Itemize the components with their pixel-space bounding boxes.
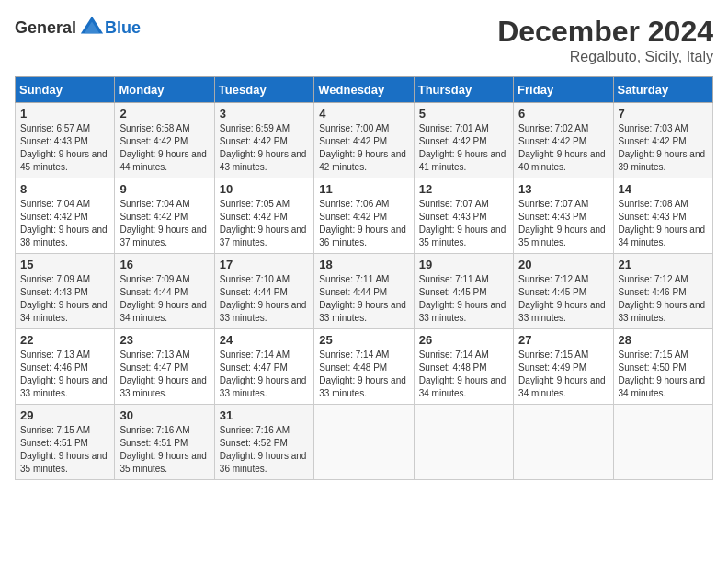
day-info: Sunrise: 7:05 AMSunset: 4:42 PMDaylight:… (220, 199, 307, 247)
day-info: Sunrise: 7:16 AMSunset: 4:52 PMDaylight:… (220, 425, 307, 474)
day-number: 26 (419, 333, 508, 347)
calendar-week-row: 15 Sunrise: 7:09 AMSunset: 4:43 PMDaylig… (16, 254, 713, 329)
day-number: 28 (619, 333, 708, 347)
day-number: 13 (518, 182, 608, 196)
day-info: Sunrise: 7:07 AMSunset: 4:43 PMDaylight:… (419, 199, 506, 247)
day-info: Sunrise: 7:07 AMSunset: 4:43 PMDaylight:… (518, 199, 606, 247)
calendar-cell: 14 Sunrise: 7:08 AMSunset: 4:43 PMDaylig… (613, 178, 712, 254)
day-number: 23 (119, 333, 209, 347)
calendar-table: SundayMondayTuesdayWednesdayThursdayFrid… (15, 76, 713, 480)
day-number: 31 (220, 408, 309, 422)
day-info: Sunrise: 6:59 AMSunset: 4:42 PMDaylight:… (220, 123, 307, 172)
calendar-cell: 8 Sunrise: 7:04 AMSunset: 4:42 PMDayligh… (16, 178, 115, 254)
calendar-cell: 1 Sunrise: 6:57 AMSunset: 4:43 PMDayligh… (16, 103, 115, 178)
day-number: 11 (319, 182, 408, 196)
day-number: 20 (518, 258, 608, 271)
day-number: 16 (119, 258, 209, 271)
day-info: Sunrise: 7:09 AMSunset: 4:43 PMDaylight:… (20, 274, 108, 323)
day-info: Sunrise: 7:12 AMSunset: 4:46 PMDaylight:… (619, 274, 706, 323)
calendar-cell: 19 Sunrise: 7:11 AMSunset: 4:45 PMDaylig… (414, 254, 513, 329)
calendar-cell: 2 Sunrise: 6:58 AMSunset: 4:42 PMDayligh… (115, 103, 214, 178)
calendar-subtitle: Regalbuto, Sicily, Italy (497, 49, 713, 65)
calendar-cell (314, 405, 414, 480)
calendar-title: December 2024 (497, 15, 713, 49)
day-info: Sunrise: 7:04 AMSunset: 4:42 PMDaylight:… (20, 199, 108, 247)
calendar-cell: 18 Sunrise: 7:11 AMSunset: 4:44 PMDaylig… (314, 254, 414, 329)
calendar-cell (613, 405, 712, 480)
day-number: 2 (119, 107, 209, 121)
header-tuesday: Tuesday (214, 77, 313, 103)
day-info: Sunrise: 6:58 AMSunset: 4:42 PMDaylight:… (119, 123, 207, 172)
day-number: 25 (319, 333, 408, 347)
calendar-cell: 4 Sunrise: 7:00 AMSunset: 4:42 PMDayligh… (314, 103, 414, 178)
header-sunday: Sunday (16, 77, 115, 103)
calendar-week-row: 8 Sunrise: 7:04 AMSunset: 4:42 PMDayligh… (16, 178, 713, 254)
day-info: Sunrise: 7:14 AMSunset: 4:47 PMDaylight:… (220, 350, 307, 398)
day-info: Sunrise: 7:14 AMSunset: 4:48 PMDaylight:… (319, 350, 406, 398)
day-number: 29 (20, 408, 109, 422)
calendar-cell: 24 Sunrise: 7:14 AMSunset: 4:47 PMDaylig… (214, 329, 313, 405)
header-friday: Friday (514, 77, 613, 103)
day-number: 15 (20, 258, 109, 271)
calendar-cell: 9 Sunrise: 7:04 AMSunset: 4:42 PMDayligh… (115, 178, 214, 254)
calendar-week-row: 29 Sunrise: 7:15 AMSunset: 4:51 PMDaylig… (16, 405, 713, 480)
calendar-cell: 26 Sunrise: 7:14 AMSunset: 4:48 PMDaylig… (414, 329, 513, 405)
day-info: Sunrise: 6:57 AMSunset: 4:43 PMDaylight:… (20, 123, 108, 172)
header-saturday: Saturday (613, 77, 712, 103)
header-wednesday: Wednesday (314, 77, 414, 103)
logo-icon (79, 15, 105, 40)
day-info: Sunrise: 7:16 AMSunset: 4:51 PMDaylight:… (119, 425, 207, 474)
day-info: Sunrise: 7:02 AMSunset: 4:42 PMDaylight:… (518, 123, 606, 172)
calendar-header-row: SundayMondayTuesdayWednesdayThursdayFrid… (16, 77, 713, 103)
day-number: 24 (220, 333, 309, 347)
day-number: 17 (220, 258, 309, 271)
calendar-cell: 29 Sunrise: 7:15 AMSunset: 4:51 PMDaylig… (16, 405, 115, 480)
day-info: Sunrise: 7:11 AMSunset: 4:45 PMDaylight:… (419, 274, 506, 323)
day-info: Sunrise: 7:15 AMSunset: 4:49 PMDaylight:… (518, 350, 606, 398)
calendar-cell: 23 Sunrise: 7:13 AMSunset: 4:47 PMDaylig… (115, 329, 214, 405)
day-info: Sunrise: 7:08 AMSunset: 4:43 PMDaylight:… (619, 199, 706, 247)
day-number: 10 (220, 182, 309, 196)
calendar-cell: 27 Sunrise: 7:15 AMSunset: 4:49 PMDaylig… (514, 329, 613, 405)
day-number: 1 (20, 107, 109, 121)
logo-general: General (15, 18, 76, 38)
day-number: 7 (619, 107, 708, 121)
day-number: 4 (319, 107, 408, 121)
day-number: 27 (518, 333, 608, 347)
day-number: 30 (119, 408, 209, 422)
calendar-cell: 31 Sunrise: 7:16 AMSunset: 4:52 PMDaylig… (214, 405, 313, 480)
day-info: Sunrise: 7:14 AMSunset: 4:48 PMDaylight:… (419, 350, 506, 398)
day-number: 14 (619, 182, 708, 196)
day-number: 9 (119, 182, 209, 196)
day-info: Sunrise: 7:15 AMSunset: 4:50 PMDaylight:… (619, 350, 706, 398)
calendar-cell (414, 405, 513, 480)
calendar-cell: 28 Sunrise: 7:15 AMSunset: 4:50 PMDaylig… (613, 329, 712, 405)
calendar-cell: 10 Sunrise: 7:05 AMSunset: 4:42 PMDaylig… (214, 178, 313, 254)
logo: General Blue (15, 15, 141, 40)
day-info: Sunrise: 7:04 AMSunset: 4:42 PMDaylight:… (119, 199, 207, 247)
day-number: 3 (220, 107, 309, 121)
day-info: Sunrise: 7:06 AMSunset: 4:42 PMDaylight:… (319, 199, 406, 247)
calendar-week-row: 1 Sunrise: 6:57 AMSunset: 4:43 PMDayligh… (16, 103, 713, 178)
calendar-cell (514, 405, 613, 480)
day-number: 5 (419, 107, 508, 121)
calendar-cell: 7 Sunrise: 7:03 AMSunset: 4:42 PMDayligh… (613, 103, 712, 178)
day-number: 6 (518, 107, 608, 121)
calendar-cell: 17 Sunrise: 7:10 AMSunset: 4:44 PMDaylig… (214, 254, 313, 329)
calendar-cell: 3 Sunrise: 6:59 AMSunset: 4:42 PMDayligh… (214, 103, 313, 178)
calendar-cell: 6 Sunrise: 7:02 AMSunset: 4:42 PMDayligh… (514, 103, 613, 178)
calendar-cell: 5 Sunrise: 7:01 AMSunset: 4:42 PMDayligh… (414, 103, 513, 178)
day-info: Sunrise: 7:13 AMSunset: 4:46 PMDaylight:… (20, 350, 108, 398)
day-number: 18 (319, 258, 408, 271)
day-info: Sunrise: 7:15 AMSunset: 4:51 PMDaylight:… (20, 425, 108, 474)
calendar-cell: 21 Sunrise: 7:12 AMSunset: 4:46 PMDaylig… (613, 254, 712, 329)
calendar-week-row: 22 Sunrise: 7:13 AMSunset: 4:46 PMDaylig… (16, 329, 713, 405)
calendar-cell: 16 Sunrise: 7:09 AMSunset: 4:44 PMDaylig… (115, 254, 214, 329)
calendar-cell: 22 Sunrise: 7:13 AMSunset: 4:46 PMDaylig… (16, 329, 115, 405)
day-number: 22 (20, 333, 109, 347)
day-number: 8 (20, 182, 109, 196)
calendar-cell: 20 Sunrise: 7:12 AMSunset: 4:45 PMDaylig… (514, 254, 613, 329)
day-number: 19 (419, 258, 508, 271)
calendar-cell: 12 Sunrise: 7:07 AMSunset: 4:43 PMDaylig… (414, 178, 513, 254)
day-info: Sunrise: 7:09 AMSunset: 4:44 PMDaylight:… (119, 274, 207, 323)
